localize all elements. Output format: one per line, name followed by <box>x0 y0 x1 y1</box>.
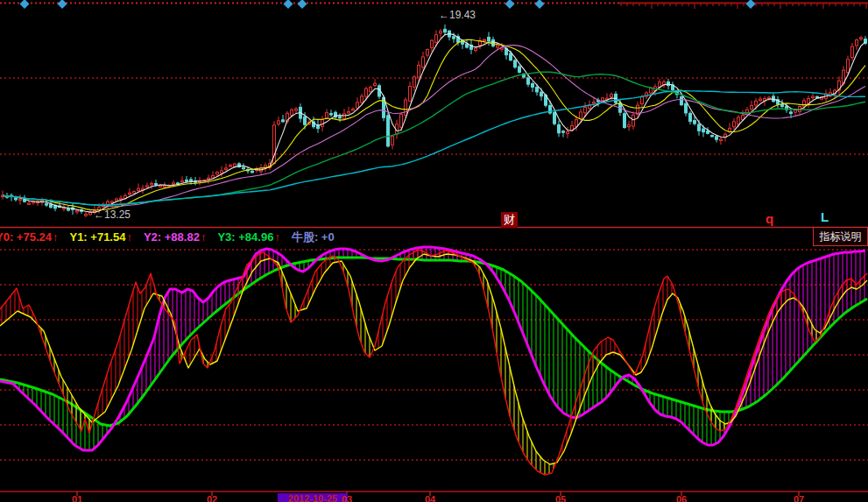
Y2-band-upper-line <box>0 247 865 450</box>
x-axis-label: 06 <box>676 494 687 502</box>
diamond-marker <box>505 0 515 9</box>
x-axis-label: 05 <box>555 494 566 502</box>
marker-q: q <box>766 211 773 226</box>
legend-item: Y3: +84.96↑ <box>217 230 279 244</box>
ma-line <box>3 39 865 210</box>
date-cursor-box: 2012-10-25 <box>278 493 348 502</box>
ma-line <box>3 34 865 213</box>
x-axis-label: 07 <box>794 494 804 502</box>
indicator-help-button[interactable]: 指标说明 <box>813 227 868 246</box>
x-axis-label: 04 <box>425 494 435 502</box>
x-axis-label: 01 <box>72 494 82 502</box>
high-price-label: ←19.43 <box>439 9 476 21</box>
legend-item: Y0: +75.24↑ <box>0 230 58 244</box>
stock-chart-window: ←19.43 ←13.25 财 q L Y0: +75.24↑Y1: +71.5… <box>0 0 868 502</box>
legend-item: Y2: +88.82↑ <box>144 230 206 244</box>
legend-item: Y1: +71.54↑ <box>69 230 131 244</box>
Y0-fast-line <box>0 250 867 475</box>
ma-line <box>3 91 865 205</box>
diamond-marker <box>298 0 307 9</box>
diamond-marker <box>20 0 30 9</box>
cai-badge[interactable]: 财 <box>501 212 518 228</box>
indicator-legend: Y0: +75.24↑Y1: +71.54↑Y2: +88.82↑Y3: +84… <box>0 230 346 245</box>
diamond-marker <box>535 0 545 9</box>
x-axis-label: 02 <box>207 494 217 502</box>
low-price-label: ←13.25 <box>94 209 131 221</box>
Y3-band-lower-line <box>0 258 867 426</box>
legend-item: 牛股: +0 <box>292 230 335 244</box>
marker-l: L <box>821 209 829 224</box>
Y1-slow-line <box>0 254 867 464</box>
ma-line <box>3 46 865 207</box>
up-arrow-icon: ↑ <box>53 230 59 244</box>
up-arrow-icon: ↑ <box>274 230 280 244</box>
up-arrow-icon: ↑ <box>201 230 207 244</box>
diamond-marker <box>284 0 293 9</box>
x-axis-label: 03 <box>342 494 352 502</box>
diamond-marker <box>58 0 67 9</box>
diamond-marker <box>746 0 756 9</box>
chart-canvas[interactable] <box>0 0 868 502</box>
up-arrow-icon: ↑ <box>126 230 132 244</box>
